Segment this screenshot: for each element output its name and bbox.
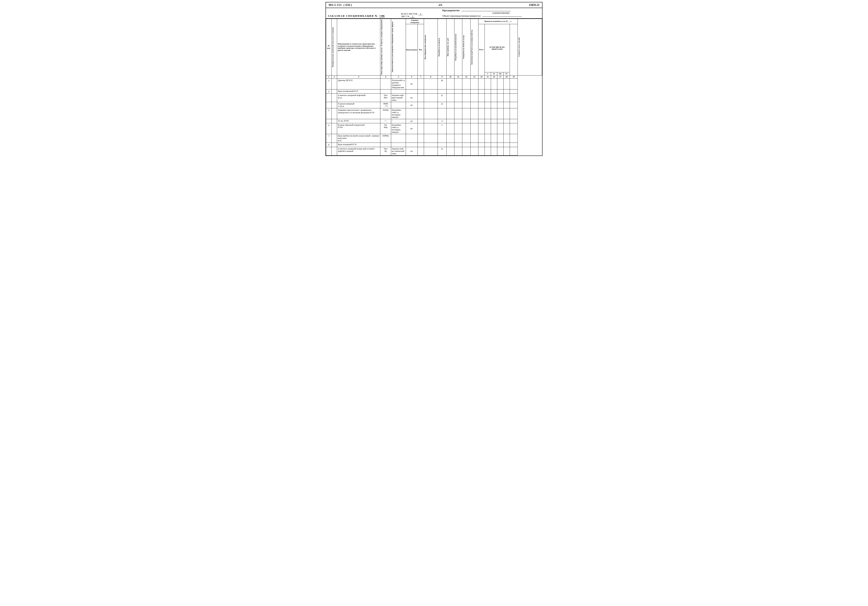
table-row: а) вентиль запорный пожар-ный угловой с … [326, 147, 542, 155]
spec-number: I ВК [380, 14, 384, 18]
row-unit [406, 108, 418, 119]
row-q1 [485, 79, 491, 90]
row-mfr: Душамбин-ский з-д им.Орджо-никидзе [391, 123, 406, 134]
row-q3 [497, 102, 504, 108]
sheets-count: 3 [418, 12, 423, 15]
row-q1 [485, 102, 491, 108]
row-pos [332, 90, 337, 93]
col-quarters-header: В ТОМ ЧИСЛЕ ПО КВАРТАЛАМ [485, 24, 510, 72]
row-price [446, 79, 454, 90]
row-qty: 4 [437, 119, 446, 123]
row-name: Кран пробноспускной сальни-ковый с прямы… [337, 134, 380, 143]
header-row-1: № п.п. Позиции потехно-логической схеме … [326, 19, 542, 24]
row-pos [332, 143, 337, 147]
row-q1 [485, 123, 491, 134]
row-name: а) вентиль запорный пожар-ный угловой с … [337, 147, 380, 155]
row-q4 [504, 147, 510, 155]
row-pos [332, 123, 337, 134]
row-qty: I3 [437, 102, 446, 108]
col-total-header: Всего [478, 24, 485, 75]
row-total [478, 123, 485, 134]
colnum-8: 8 [424, 75, 437, 78]
row-unit: шт. [406, 119, 418, 123]
row-q4 [504, 108, 510, 119]
row-q2 [491, 143, 497, 147]
row-qty-launch [454, 147, 462, 155]
row-q1 [485, 93, 491, 102]
row-price [446, 90, 454, 93]
row-stock [462, 143, 470, 147]
row-mat-code [424, 102, 437, 108]
sheet-label: ЛИСТ № [401, 15, 409, 17]
row-q4 [504, 93, 510, 102]
row-name: Задвижка параллельная с выдвижным шпинде… [337, 108, 380, 119]
row-qty: I5 [437, 147, 446, 155]
row-num [326, 147, 332, 155]
row-qty [437, 143, 446, 147]
row-type: I5кч I8п2 [380, 93, 391, 102]
row-unit [406, 143, 418, 147]
row-declared [470, 134, 478, 143]
row-unit-code [417, 79, 424, 90]
object-label: Объект (производственная мощность) [442, 14, 480, 17]
colnum-4: 4 [380, 75, 391, 78]
colnum-17: 17 [497, 75, 504, 78]
table-row: а) вентиль запорный муфтовый Ø 25I5кч I8… [326, 93, 542, 102]
col-stock-header: Ожидаемое на-личие на складе [462, 19, 470, 75]
row-q2 [491, 134, 497, 143]
row-unit [406, 134, 418, 143]
row-unit: шт. [406, 79, 418, 90]
row-type [380, 143, 391, 147]
colnum-3: 3 [337, 75, 380, 78]
colnum-12: 12 [462, 75, 470, 78]
row-unit: шт. [406, 93, 418, 102]
page-number: -23- [352, 3, 529, 7]
row-unit-code [417, 108, 424, 119]
row-q2 [491, 79, 497, 90]
row-mat-code [424, 134, 437, 143]
row-name: То же, Ø I50 [337, 119, 380, 123]
col-pos-label: Позиции потехно-логической схеме место у… [332, 27, 334, 67]
table-row: 7Кран пробноспускной сальни-ковый с прям… [326, 134, 542, 143]
col-numbers-row: 1 2 3 4 5 6 7 8 9 10 11 12 13 14 15 16 1… [326, 75, 542, 78]
row-qty [437, 90, 446, 93]
col-pos-header: Позиции потехно-логической схеме место у… [332, 19, 337, 75]
colnum-19: 19 [510, 75, 518, 78]
row-q4 [504, 134, 510, 143]
row-qty-launch [454, 134, 462, 143]
row-name: Дренчер ДР Ø I2 [337, 79, 380, 90]
col-q2-header: II [491, 72, 497, 75]
colnum-2: 2 [332, 75, 337, 78]
row-type [380, 90, 391, 93]
row-total [478, 147, 485, 155]
row-price [446, 93, 454, 102]
row-total [478, 108, 485, 119]
row-q3 [497, 108, 504, 119]
sheet-number: 2 [411, 15, 415, 18]
row-q2 [491, 119, 497, 123]
colnum-18: 18 [504, 75, 510, 78]
sheets-label: ВСЕГО ЛИСТОВ [401, 12, 417, 15]
row-mfr [391, 134, 406, 143]
row-q1 [485, 108, 491, 119]
row-unit-code [417, 147, 424, 155]
row-type: -"– [380, 119, 391, 123]
row-pos [332, 102, 337, 108]
row-q4 [504, 102, 510, 108]
row-q1 [485, 90, 491, 93]
row-cost [510, 123, 518, 134]
row-mat-code [424, 90, 437, 93]
colnum-9: 9 [437, 75, 446, 78]
col-declared-header: Заявленная потреб-ность на планир-емый г… [470, 19, 478, 75]
row-q2 [491, 90, 497, 93]
row-num: 6 [326, 123, 332, 134]
enterprise-label: Предприятие [442, 9, 460, 12]
table-row: 8Кран пожарный Ø 50 [326, 143, 542, 147]
row-mat-code [424, 119, 437, 123]
row-q3 [497, 143, 504, 147]
row-declared [470, 143, 478, 147]
row-name: Кран поливочный Ø 25 [337, 90, 380, 93]
row-q1 [485, 147, 491, 155]
row-q3 [497, 147, 504, 155]
row-mfr [391, 143, 406, 147]
